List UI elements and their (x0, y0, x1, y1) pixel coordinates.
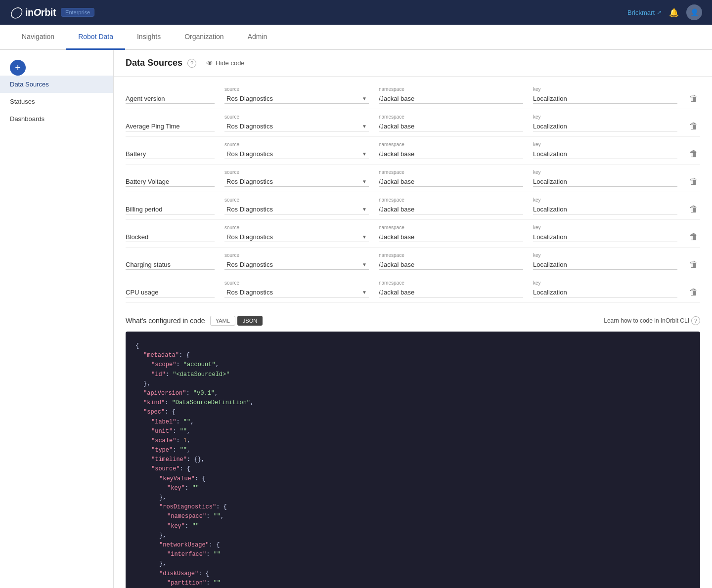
name-field-group: CPU usage (126, 288, 215, 297)
key-field-group: key Localization (533, 225, 677, 242)
name-field-group: Charging status (126, 260, 215, 270)
enterprise-badge: Enterprise (61, 8, 94, 17)
source-value: Ros Diagnostics (226, 95, 273, 102)
namespace-value: /Jackal base (379, 177, 523, 187)
key-field-group: key Localization (533, 169, 677, 187)
namespace-label: namespace (379, 142, 523, 147)
name-field-group: Agent version (126, 94, 215, 104)
tab-robot-data[interactable]: Robot Data (66, 25, 125, 50)
source-field-group: source Ros Diagnostics ▼ (224, 280, 369, 297)
key-field-group: key Localization (533, 197, 677, 214)
delete-button[interactable]: 🗑 (687, 287, 700, 297)
row-name: Blocked (126, 232, 215, 242)
tab-admin[interactable]: Admin (236, 25, 279, 50)
code-header-left: What's configured in code YAML JSON (126, 316, 263, 326)
source-select[interactable]: Ros Diagnostics ▼ (224, 232, 369, 242)
delete-button[interactable]: 🗑 (687, 176, 700, 187)
key-value: Localization (533, 232, 677, 242)
namespace-value: /Jackal base (379, 288, 523, 297)
delete-button[interactable]: 🗑 (687, 259, 700, 270)
namespace-label: namespace (379, 114, 523, 120)
row-name: Battery Voltage (126, 177, 215, 187)
source-select[interactable]: Ros Diagnostics ▼ (224, 177, 369, 187)
help-icon[interactable]: ? (187, 59, 196, 68)
source-select[interactable]: Ros Diagnostics ▼ (224, 149, 369, 159)
source-select[interactable]: Ros Diagnostics ▼ (224, 205, 369, 214)
sidebar-item-dashboards[interactable]: Dashboards (0, 110, 113, 127)
namespace-field-group: namespace /Jackal base (379, 280, 523, 297)
sidebar-item-statuses[interactable]: Statuses (0, 93, 113, 110)
datasources-header: Data Sources ? 👁 Hide code (114, 50, 712, 77)
namespace-label: namespace (379, 280, 523, 286)
namespace-field-group: namespace /Jackal base (379, 114, 523, 131)
source-label: source (224, 225, 369, 230)
eye-icon: 👁 (206, 59, 213, 67)
namespace-label: namespace (379, 252, 523, 258)
source-select[interactable]: Ros Diagnostics ▼ (224, 122, 369, 131)
row-name: Charging status (126, 260, 215, 270)
table-row: Blocked source Ros Diagnostics ▼ namespa… (126, 220, 700, 248)
learn-link[interactable]: Learn how to code in InOrbit CLI ? (604, 316, 700, 325)
tab-navigation[interactable]: Navigation (10, 25, 66, 50)
tab-insights[interactable]: Insights (125, 25, 173, 50)
delete-button[interactable]: 🗑 (687, 93, 700, 104)
user-avatar[interactable]: 👤 (686, 4, 702, 20)
json-tab[interactable]: JSON (237, 316, 263, 326)
hide-code-button[interactable]: 👁 Hide code (206, 59, 245, 67)
learn-help-icon[interactable]: ? (691, 316, 700, 325)
source-select[interactable]: Ros Diagnostics ▼ (224, 288, 369, 297)
row-name: Agent version (126, 94, 215, 104)
key-label: key (533, 252, 677, 258)
bell-icon[interactable]: 🔔 (669, 8, 679, 17)
key-label: key (533, 114, 677, 120)
namespace-label: namespace (379, 197, 523, 203)
brickmart-link[interactable]: Brickmart ↗ (627, 9, 662, 16)
key-label: key (533, 197, 677, 203)
key-label: key (533, 142, 677, 147)
key-field-group: key Localization (533, 252, 677, 270)
delete-button[interactable]: 🗑 (687, 149, 700, 159)
source-field-group: source Ros Diagnostics ▼ (224, 114, 369, 131)
source-field-group: source Ros Diagnostics ▼ (224, 197, 369, 214)
source-label: source (224, 142, 369, 147)
source-value: Ros Diagnostics (226, 123, 273, 130)
key-value: Localization (533, 122, 677, 131)
table-row: Agent version source Ros Diagnostics ▼ n… (126, 82, 700, 109)
nav-tabs: Navigation Robot Data Insights Organizat… (0, 25, 712, 50)
key-field-group: key Localization (533, 280, 677, 297)
source-select[interactable]: Ros Diagnostics ▼ (224, 94, 369, 104)
name-field-group: Average Ping Time (126, 122, 215, 131)
tab-organization[interactable]: Organization (173, 25, 235, 50)
key-value: Localization (533, 260, 677, 270)
row-name: Billing period (126, 205, 215, 214)
topbar-left: ◯ inOrbit Enterprise (10, 6, 94, 19)
source-select[interactable]: Ros Diagnostics ▼ (224, 260, 369, 270)
source-label: source (224, 280, 369, 286)
delete-button[interactable]: 🗑 (687, 232, 700, 242)
key-label: key (533, 225, 677, 230)
dropdown-arrow-icon: ▼ (362, 179, 367, 184)
hide-code-label: Hide code (216, 59, 245, 67)
source-label: source (224, 114, 369, 120)
key-label: key (533, 280, 677, 286)
namespace-value: /Jackal base (379, 205, 523, 214)
topbar: ◯ inOrbit Enterprise Brickmart ↗ 🔔 👤 (0, 0, 712, 25)
yaml-tab[interactable]: YAML (210, 316, 235, 326)
source-field-group: source Ros Diagnostics ▼ (224, 142, 369, 159)
dropdown-arrow-icon: ▼ (362, 96, 367, 101)
namespace-value: /Jackal base (379, 260, 523, 270)
dropdown-arrow-icon: ▼ (362, 124, 367, 129)
source-value: Ros Diagnostics (226, 178, 273, 185)
datasources-title: Data Sources (126, 58, 182, 68)
code-header: What's configured in code YAML JSON Lear… (126, 316, 700, 326)
name-field-group: Blocked (126, 232, 215, 242)
delete-button[interactable]: 🗑 (687, 204, 700, 214)
table-row: Average Ping Time source Ros Diagnostics… (126, 109, 700, 137)
source-value: Ros Diagnostics (226, 261, 273, 268)
sidebar-item-data-sources[interactable]: Data Sources (0, 76, 113, 93)
add-button[interactable]: + (10, 60, 26, 76)
row-name: CPU usage (126, 288, 215, 297)
key-field-group: key Localization (533, 114, 677, 131)
logo: ◯ inOrbit (10, 6, 56, 19)
delete-button[interactable]: 🗑 (687, 121, 700, 131)
